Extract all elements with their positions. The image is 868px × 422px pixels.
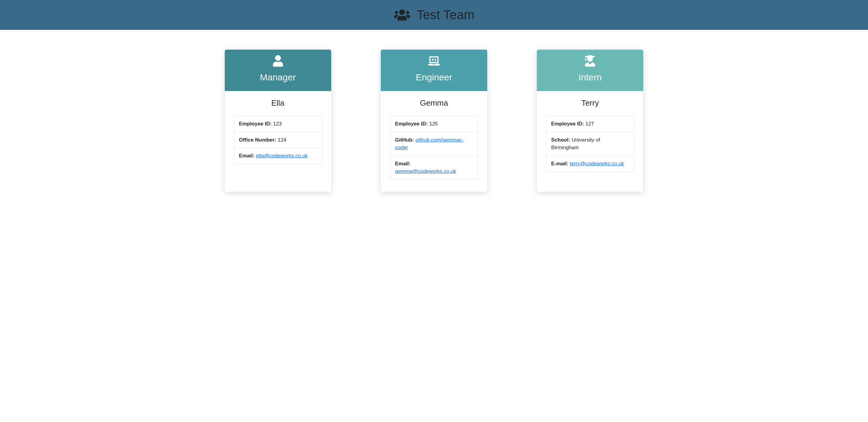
info-link[interactable]: terry@codeworks.co.uk [570,161,624,167]
info-item: Employee ID: 125 [390,116,478,132]
info-label: School: [551,137,570,143]
info-list: Employee ID: 123Office Number: 124Email:… [234,116,322,164]
info-list: Employee ID: 125GitHub: github.com/gemma… [390,116,478,180]
laptop-code-icon [428,55,440,67]
info-item: GitHub: github.com/gemmac-coder [390,132,478,156]
info-label: Employee ID: [395,121,428,126]
info-label: Email: [395,161,411,167]
info-item: Email: gemma@codeworks.co.uk [390,156,478,179]
user-icon [272,55,284,67]
info-value: 127 [585,121,594,126]
info-item: Employee ID: 123 [234,116,322,132]
info-item: Employee ID: 127 [546,116,634,132]
info-value: 125 [429,121,438,126]
info-label: Employee ID: [239,121,272,126]
team-card: InternTerryEmployee ID: 127School: Unive… [537,50,643,192]
info-label: Office Number: [239,137,276,143]
info-link[interactable]: ella@codeworks.co.uk [256,153,308,159]
employee-name: Ella [234,99,322,108]
card-body: EllaEmployee ID: 123Office Number: 124Em… [225,91,331,176]
info-list: Employee ID: 127School: University of Bi… [546,116,634,172]
info-label: GitHub: [395,137,414,143]
page-header: Test Team [0,0,868,30]
card-body: GemmaEmployee ID: 125GitHub: github.com/… [381,91,487,192]
role-title: Intern [543,72,637,83]
info-value: 123 [273,121,282,126]
info-item: Office Number: 124 [234,132,322,148]
employee-name: Terry [546,99,634,108]
info-item: E-mail: terry@codeworks.co.uk [546,156,634,172]
users-icon [394,8,411,21]
info-label: Email: [239,153,254,159]
info-label: E-mail: [551,161,568,167]
role-title: Manager [231,72,325,83]
card-header: Manager [225,50,331,91]
card-header: Intern [537,50,643,91]
graduate-icon [584,55,596,67]
employee-name: Gemma [390,99,478,108]
cards-container: ManagerEllaEmployee ID: 123Office Number… [191,30,677,212]
card-header: Engineer [381,50,487,91]
info-label: Employee ID: [551,121,584,126]
role-title: Engineer [387,72,481,83]
team-card: ManagerEllaEmployee ID: 123Office Number… [225,50,331,192]
info-value: 124 [278,137,286,143]
page-title: Test Team [417,8,475,22]
team-card: EngineerGemmaEmployee ID: 125GitHub: git… [381,50,487,192]
info-item: School: University of Birmingham [546,132,634,156]
info-link[interactable]: gemma@codeworks.co.uk [395,168,456,174]
card-body: TerryEmployee ID: 127School: University … [537,91,643,184]
info-item: Email: ella@codeworks.co.uk [234,148,322,164]
